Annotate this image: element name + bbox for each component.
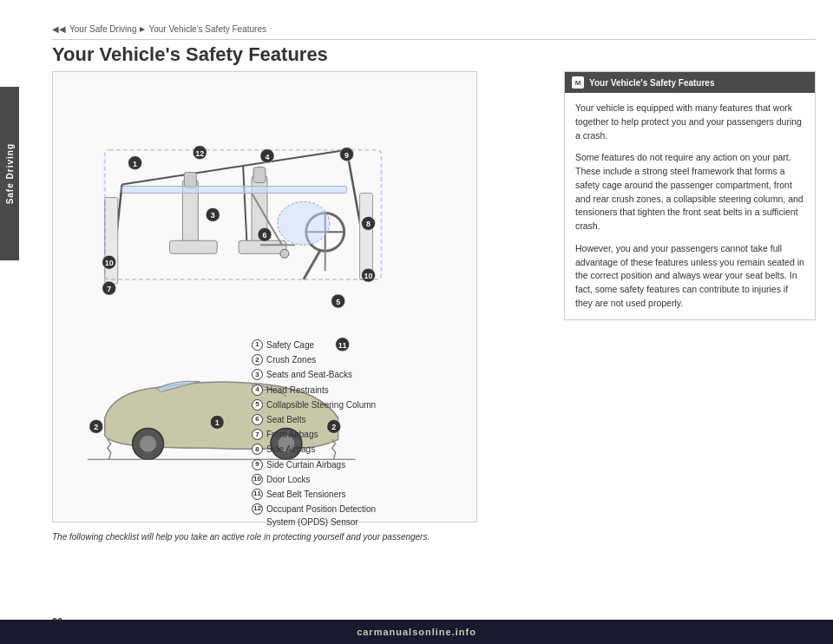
legend-text: Side Curtain Airbags: [266, 458, 405, 471]
info-paragraph-3: However, you and your passengers cannot …: [575, 242, 804, 311]
legend-number: 4: [252, 384, 263, 396]
legend-number: 2: [252, 354, 263, 365]
legend-item: 4Head Restraints: [252, 384, 405, 397]
legend-number: 5: [252, 399, 263, 411]
legend-text: Side Airbags: [266, 443, 405, 456]
svg-text:7: 7: [107, 285, 111, 293]
breadcrumb-arrow-icon: ◀◀: [52, 24, 66, 34]
svg-point-38: [140, 435, 157, 452]
svg-text:3: 3: [211, 211, 215, 220]
legend-number: 8: [252, 444, 263, 455]
svg-point-15: [278, 201, 330, 245]
svg-rect-8: [239, 240, 286, 253]
svg-text:4: 4: [265, 153, 269, 161]
info-paragraph-2: Some features do not require any action …: [575, 151, 804, 233]
legend-text: Door Locks: [266, 473, 405, 486]
info-box-header: M Your Vehicle's Safety Features: [565, 72, 815, 93]
legend-number: 7: [252, 429, 263, 440]
legend-text: Front Airbags: [266, 428, 405, 441]
svg-point-21: [280, 249, 289, 258]
svg-rect-17: [360, 193, 373, 279]
legend-text: Crush Zones: [266, 353, 405, 366]
svg-text:1: 1: [215, 418, 220, 427]
legend-text: Collapsible Steering Column: [266, 398, 405, 411]
svg-rect-7: [184, 173, 196, 188]
side-tab-label: Safe Driving: [5, 143, 15, 204]
legend-number: 10: [252, 474, 263, 485]
breadcrumb-separator: ▶: [140, 25, 145, 33]
legend-list: 1Safety Cage2Crush Zones3Seats and Seat-…: [252, 338, 405, 530]
legend-item: 8Side Airbags: [252, 443, 405, 456]
breadcrumb-item-2: Your Vehicle's Safety Features: [148, 24, 266, 34]
watermark-text: carmanualsonline.info: [357, 627, 476, 637]
legend-text: Seat Belt Tensioners: [266, 488, 405, 501]
svg-text:10: 10: [364, 272, 373, 280]
svg-text:8: 8: [366, 220, 371, 228]
legend-number: 1: [252, 339, 263, 351]
legend-number: 11: [252, 489, 263, 500]
page-title: Your Vehicle's Safety Features: [52, 43, 328, 66]
info-box: M Your Vehicle's Safety Features Your ve…: [564, 71, 816, 320]
legend-item: 7Front Airbags: [252, 428, 405, 441]
legend-number: 6: [252, 414, 263, 425]
legend-text: Occupant Position Detection System (OPDS…: [266, 503, 405, 529]
legend-number: 12: [252, 503, 263, 515]
legend-item: 5Collapsible Steering Column: [252, 398, 405, 411]
watermark: carmanualsonline.info: [0, 620, 833, 644]
svg-line-0: [122, 150, 347, 185]
svg-rect-50: [122, 187, 347, 194]
svg-rect-18: [105, 197, 118, 284]
diagram-caption: The following checklist will help you ta…: [52, 531, 477, 543]
info-icon: M: [572, 76, 584, 89]
svg-text:2: 2: [94, 423, 98, 431]
svg-text:9: 9: [344, 151, 349, 160]
info-box-title: Your Vehicle's Safety Features: [589, 78, 714, 88]
svg-text:10: 10: [105, 259, 114, 267]
legend-item: 3Seats and Seat-Backs: [252, 368, 405, 381]
info-paragraph-1: Your vehicle is equipped with many featu…: [575, 102, 804, 142]
breadcrumb-item-1: Your Safe Driving: [69, 24, 136, 34]
legend-text: Safety Cage: [266, 338, 405, 352]
breadcrumb: ◀◀ Your Safe Driving ▶ Your Vehicle's Sa…: [52, 24, 816, 40]
legend-item: 6Seat Belts: [252, 413, 405, 426]
legend-number: 9: [252, 459, 263, 470]
svg-text:6: 6: [263, 231, 267, 240]
legend-number: 3: [252, 369, 263, 380]
legend-text: Seats and Seat-Backs: [266, 368, 405, 381]
legend-item: 2Crush Zones: [252, 353, 405, 366]
legend-item: 10Door Locks: [252, 473, 405, 486]
legend-item: 11Seat Belt Tensioners: [252, 488, 405, 501]
legend-text: Head Restraints: [266, 384, 405, 397]
svg-rect-9: [169, 240, 217, 253]
svg-text:1: 1: [133, 160, 137, 168]
legend-text: Seat Belts: [266, 413, 405, 426]
svg-text:5: 5: [336, 298, 340, 306]
svg-rect-6: [253, 168, 266, 183]
legend-item: 12Occupant Position Detection System (OP…: [252, 503, 405, 529]
svg-line-14: [304, 249, 321, 279]
side-tab: Safe Driving: [0, 87, 19, 260]
info-box-body: Your vehicle is equipped with many featu…: [565, 93, 815, 319]
legend-item: 9Side Curtain Airbags: [252, 458, 405, 471]
svg-text:12: 12: [195, 149, 204, 158]
legend-item: 1Safety Cage: [252, 338, 405, 352]
